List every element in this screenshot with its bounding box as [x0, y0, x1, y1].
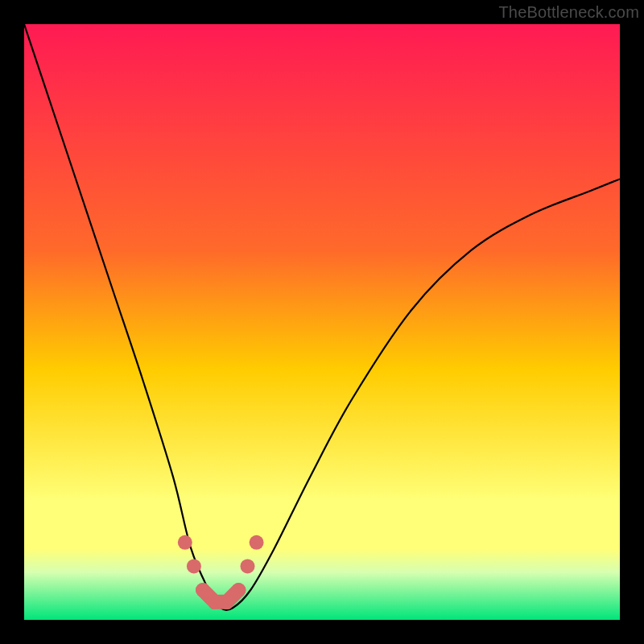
- marker-dot: [250, 535, 264, 550]
- marker-dot: [178, 535, 192, 550]
- gradient-bg: [24, 24, 620, 620]
- chart-svg: [24, 24, 620, 620]
- plot-area: [24, 24, 620, 620]
- chart-stage: TheBottleneck.com: [0, 0, 644, 644]
- marker-dot: [241, 559, 255, 573]
- watermark-text: TheBottleneck.com: [498, 3, 639, 22]
- marker-dot: [187, 559, 201, 573]
